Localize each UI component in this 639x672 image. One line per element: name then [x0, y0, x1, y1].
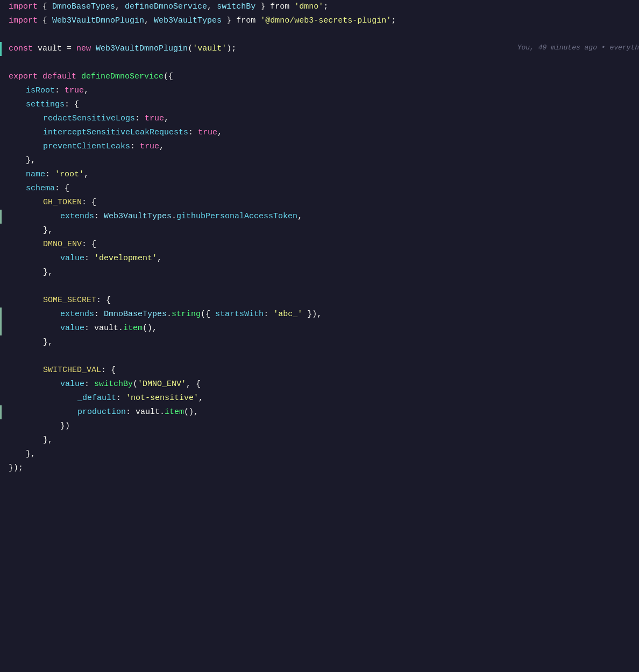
- line-settings: settings: {: [0, 98, 639, 112]
- line-name: name: 'root',: [0, 168, 639, 182]
- line-export: export default defineDmnoService({: [0, 70, 639, 84]
- line-some-extends: extends: DmnoBaseTypes.string({ startsWi…: [0, 308, 639, 321]
- line-gh-extends: extends: Web3VaultTypes.githubPersonalAc…: [0, 210, 639, 224]
- line-switched-val: SWITCHED_VAL: {: [0, 363, 639, 377]
- line-settings-close: },: [0, 154, 639, 168]
- line-empty2: [0, 56, 639, 70]
- line-const: const vault = new Web3VaultDmnoPlugin('v…: [0, 42, 639, 56]
- git-annotation: You, 49 minutes ago • everyth: [517, 42, 639, 54]
- line-import2: import { Web3VaultDmnoPlugin, Web3VaultT…: [0, 14, 639, 28]
- line-switched-close: },: [0, 433, 639, 447]
- line-schema-close: },: [0, 447, 639, 461]
- line-production: production: vault.item(),: [0, 405, 639, 419]
- line-some-close: },: [0, 335, 639, 349]
- line-empty4: [0, 349, 639, 363]
- line-gh-token: GH_TOKEN: {: [0, 196, 639, 210]
- line-dmno-env: DMNO_ENV: {: [0, 238, 639, 252]
- line-dmno-close: },: [0, 266, 639, 280]
- line-prevent: preventClientLeaks: true,: [0, 140, 639, 154]
- line-switchby-close: }): [0, 419, 639, 433]
- line-empty1: [0, 28, 639, 42]
- line-export-close: });: [0, 461, 639, 475]
- line-redact: redactSensitiveLogs: true,: [0, 112, 639, 126]
- line-dmno-value: value: 'development',: [0, 252, 639, 266]
- line-intercept: interceptSensitiveLeakRequests: true,: [0, 126, 639, 140]
- line-default: _default: 'not-sensitive',: [0, 391, 639, 405]
- line-gh-close: },: [0, 224, 639, 238]
- line-switched-value: value: switchBy('DMNO_ENV', {: [0, 377, 639, 391]
- line-isRoot: isRoot: true,: [0, 84, 639, 98]
- line-empty3: [0, 280, 639, 294]
- line-schema: schema: {: [0, 182, 639, 196]
- line-some-value: value: vault.item(),: [0, 321, 639, 335]
- line-some-secret: SOME_SECRET: {: [0, 294, 639, 308]
- line-import1: import { DmnoBaseTypes, defineDmnoServic…: [0, 0, 639, 14]
- code-editor: import { DmnoBaseTypes, defineDmnoServic…: [0, 0, 639, 672]
